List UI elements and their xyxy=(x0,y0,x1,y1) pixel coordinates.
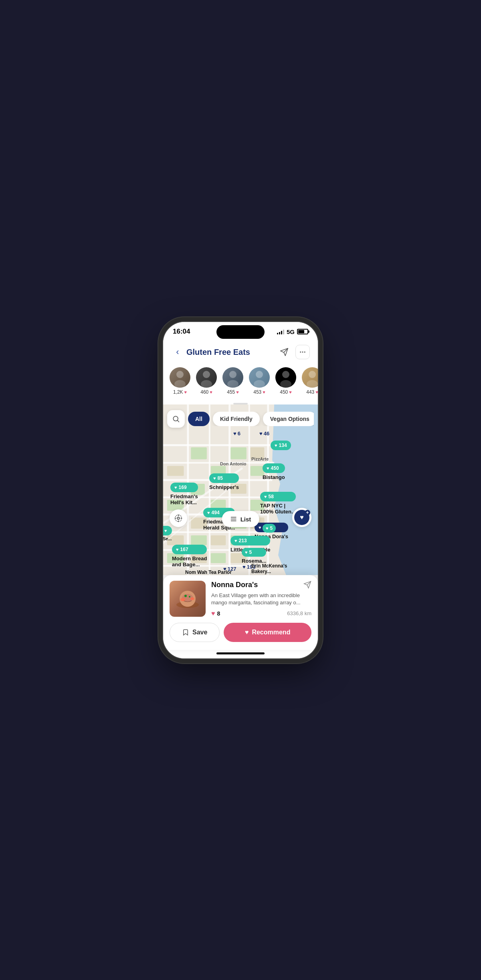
follower-count-number: 455 xyxy=(227,389,235,395)
battery-fill xyxy=(298,330,304,333)
svg-rect-55 xyxy=(211,553,226,563)
map-pin-rosema[interactable]: ♥5 Rosema... xyxy=(242,548,266,564)
svg-point-16 xyxy=(254,380,265,388)
share-button[interactable] xyxy=(277,345,291,359)
back-button[interactable]: ‹ xyxy=(171,346,184,358)
restaurant-meta: ♥ 8 6336,8 km xyxy=(211,610,311,617)
svg-point-4 xyxy=(304,352,305,353)
svg-rect-51 xyxy=(211,535,226,545)
svg-point-19 xyxy=(280,380,291,388)
svg-point-76 xyxy=(180,598,185,601)
svg-rect-25 xyxy=(163,462,274,464)
follower-item[interactable]: 1,2K ♥ xyxy=(170,367,190,395)
list-icon xyxy=(230,515,237,523)
phone-content: 16:04 5G ‹ Gluten Free Eats xyxy=(163,322,318,658)
svg-point-21 xyxy=(309,371,316,378)
card-share-button[interactable] xyxy=(303,581,311,590)
map-pin-134[interactable]: ♥134 xyxy=(271,441,291,450)
svg-point-75 xyxy=(189,596,190,598)
action-buttons: Save ♥ Recommend xyxy=(170,623,311,642)
phone-frame: 16:04 5G ‹ Gluten Free Eats xyxy=(162,321,319,659)
partial-card-left: ♥ Se... xyxy=(163,526,172,541)
map-pin-tap-nyc[interactable]: ♥58 TAP NYC |100% Gluten... xyxy=(260,492,296,515)
svg-rect-37 xyxy=(191,447,207,459)
location-button[interactable] xyxy=(170,509,187,527)
location-icon xyxy=(174,514,183,523)
follower-heart-icon: ♥ xyxy=(263,390,265,394)
add-heart-icon: ♥ xyxy=(300,514,304,521)
recommend-heart-icon: ♥ xyxy=(245,629,249,636)
follower-count: 450 ♥ xyxy=(280,389,292,395)
filter-pill-vegan-options[interactable]: Vegan Options xyxy=(263,412,314,426)
follower-item[interactable]: 443 ♥ xyxy=(302,367,318,395)
bookmark-icon xyxy=(182,629,189,636)
follower-heart-icon: ♥ xyxy=(210,390,212,394)
signal-bar-4 xyxy=(283,330,284,334)
status-icons: 5G xyxy=(277,328,308,335)
list-button[interactable]: List xyxy=(222,511,259,527)
follower-count: 1,2K ♥ xyxy=(173,389,187,395)
follower-item[interactable]: 450 ♥ xyxy=(275,367,296,395)
svg-point-18 xyxy=(282,371,289,378)
network-label: 5G xyxy=(287,328,295,335)
restaurant-card: Nonna Dora's An East Village gem with an… xyxy=(170,581,311,617)
home-bar xyxy=(216,652,265,654)
search-button[interactable] xyxy=(167,410,185,428)
follower-count-number: 453 xyxy=(253,389,261,395)
map-section[interactable]: AllKid FriendlyVegan OptionsWifi Don Ant… xyxy=(163,404,318,575)
follower-count-number: 443 xyxy=(306,389,314,395)
recommend-button[interactable]: ♥ Recommend xyxy=(224,623,311,642)
filter-pill-kid-friendly[interactable]: Kid Friendly xyxy=(213,412,260,426)
svg-point-74 xyxy=(184,595,187,597)
filter-pill-all[interactable]: All xyxy=(188,412,210,426)
status-bar: 16:04 5G xyxy=(163,322,318,342)
meta-heart-icon: ♥ xyxy=(211,610,215,617)
battery-indicator xyxy=(297,329,308,334)
add-recommendation-button[interactable]: ♥ + xyxy=(292,508,311,527)
follower-avatar xyxy=(302,367,318,388)
follower-count: 455 ♥ xyxy=(227,389,239,395)
svg-point-60 xyxy=(173,417,178,421)
more-button[interactable] xyxy=(295,345,310,359)
follower-count-number: 460 xyxy=(200,389,208,395)
map-background: AllKid FriendlyVegan OptionsWifi Don Ant… xyxy=(163,404,318,575)
map-pin-modern-bread[interactable]: ♥167 Modern Breadand Bage... xyxy=(172,545,207,567)
svg-point-15 xyxy=(256,371,263,378)
map-pin-bistango[interactable]: ♥450 Bistango xyxy=(263,463,285,480)
restaurant-name: Nonna Dora's xyxy=(211,581,258,589)
svg-rect-40 xyxy=(230,447,247,459)
add-plus-icon: + xyxy=(305,510,310,515)
svg-rect-41 xyxy=(167,466,184,476)
dynamic-island xyxy=(216,325,265,339)
map-pin-schnippers[interactable]: ♥85 Schnipper's xyxy=(209,473,239,490)
follower-count: 443 ♥ xyxy=(306,389,318,395)
recommend-label: Recommend xyxy=(252,629,290,636)
follower-count-number: 450 xyxy=(280,389,288,395)
map-pin-5a[interactable]: ♥5 xyxy=(263,524,276,533)
header: ‹ Gluten Free Eats xyxy=(163,342,318,364)
save-button[interactable]: Save xyxy=(170,623,220,642)
follower-item[interactable]: 453 ♥ xyxy=(249,367,270,395)
follower-avatar xyxy=(196,367,217,388)
floating-count-46: ♥ 46 xyxy=(259,431,269,437)
distance-label: 6336,8 km xyxy=(287,610,311,616)
card-share-icon xyxy=(303,581,311,589)
follower-avatar xyxy=(249,367,270,388)
restaurant-image xyxy=(170,581,206,617)
list-label: List xyxy=(240,516,251,523)
svg-point-10 xyxy=(201,380,212,388)
page-title: Gluten Free Eats xyxy=(186,348,277,357)
svg-point-7 xyxy=(174,380,186,388)
follower-heart-icon: ♥ xyxy=(184,390,187,394)
follower-item[interactable]: 460 ♥ xyxy=(196,367,217,395)
svg-point-9 xyxy=(203,371,210,378)
back-chevron-icon: ‹ xyxy=(176,347,179,357)
follower-count: 460 ♥ xyxy=(200,389,212,395)
map-pin-friedmans-hell[interactable]: ♥169 Friedman'sHell's Kit... xyxy=(170,483,198,505)
filter-pills: AllKid FriendlyVegan OptionsWifi xyxy=(188,412,314,426)
food-image-placeholder xyxy=(170,581,206,617)
follower-item[interactable]: 455 ♥ xyxy=(222,367,243,395)
map-bottom-nom-wah: Nom Wah Tea Parlor xyxy=(185,569,232,575)
follower-avatar xyxy=(275,367,296,388)
follower-count: 453 ♥ xyxy=(253,389,265,395)
